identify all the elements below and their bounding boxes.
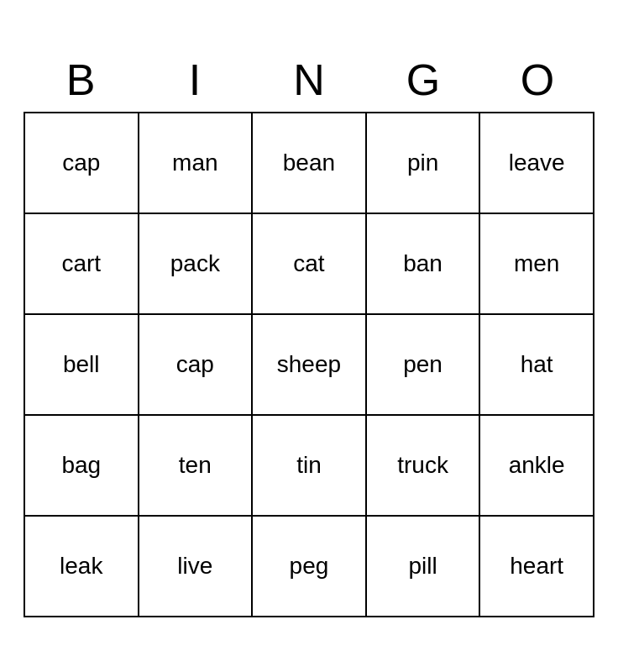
grid-cell[interactable]: pill — [366, 516, 480, 617]
grid-cell[interactable]: truck — [366, 415, 480, 516]
table-row: capmanbeanpinleave — [24, 113, 594, 213]
bingo-header: B I N G O — [24, 55, 594, 105]
grid-cell[interactable]: sheep — [252, 314, 366, 415]
grid-cell[interactable]: peg — [252, 516, 366, 617]
table-row: bellcapsheeppenhat — [24, 314, 594, 415]
table-row: cartpackcatbanmen — [24, 213, 594, 314]
grid-cell[interactable]: bag — [24, 415, 139, 516]
grid-cell[interactable]: cart — [24, 213, 139, 314]
bingo-card: B I N G O capmanbeanpinleavecartpackcatb… — [24, 55, 594, 617]
grid-cell[interactable]: bell — [24, 314, 139, 415]
bingo-grid: capmanbeanpinleavecartpackcatbanmenbellc… — [24, 112, 594, 617]
grid-cell[interactable]: ten — [139, 415, 253, 516]
grid-cell[interactable]: pen — [366, 314, 480, 415]
grid-cell[interactable]: leak — [24, 516, 139, 617]
table-row: leaklivepegpillheart — [24, 516, 594, 617]
header-b: B — [24, 55, 138, 105]
table-row: bagtentintruckankle — [24, 415, 594, 516]
grid-cell[interactable]: man — [139, 113, 253, 213]
grid-cell[interactable]: pack — [139, 213, 253, 314]
grid-cell[interactable]: bean — [252, 113, 366, 213]
grid-cell[interactable]: live — [139, 516, 253, 617]
grid-cell[interactable]: pin — [366, 113, 480, 213]
grid-cell[interactable]: ankle — [479, 415, 594, 516]
grid-cell[interactable]: hat — [479, 314, 594, 415]
grid-cell[interactable]: leave — [479, 113, 594, 213]
grid-cell[interactable]: cap — [139, 314, 253, 415]
grid-cell[interactable]: tin — [252, 415, 366, 516]
grid-cell[interactable]: ban — [366, 213, 480, 314]
header-o: O — [480, 55, 594, 105]
header-g: G — [366, 55, 480, 105]
grid-cell[interactable]: cat — [252, 213, 366, 314]
header-n: N — [252, 55, 366, 105]
grid-cell[interactable]: heart — [479, 516, 594, 617]
grid-cell[interactable]: cap — [24, 113, 139, 213]
header-i: I — [138, 55, 252, 105]
grid-cell[interactable]: men — [479, 213, 594, 314]
